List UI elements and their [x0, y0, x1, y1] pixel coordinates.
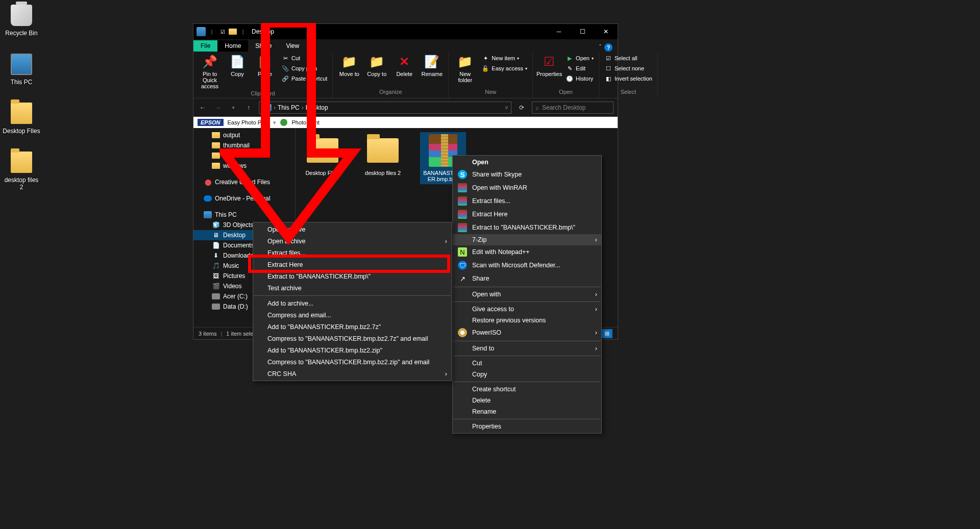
submenu-item[interactable]: Compress to "BANANASTICKER.bmp.bz2.7z" a… — [253, 333, 451, 344]
folder-icon[interactable] — [229, 29, 237, 35]
submenu-item[interactable]: Add to "BANANASTICKER.bmp.bz2.zip" — [253, 344, 451, 356]
breadcrumb-current[interactable]: Desktop — [306, 104, 328, 111]
menu-item[interactable]: Rename — [453, 406, 601, 417]
nav-this-pc[interactable]: This PC — [193, 210, 295, 220]
select-all-button[interactable]: ☑Select all — [603, 54, 653, 63]
desktop-files-2[interactable]: desktop files 2 — [2, 150, 41, 191]
menu-item[interactable]: Extract files... — [453, 194, 601, 208]
submenu-item[interactable]: Add to "BANANASTICKER.bmp.bz2.7z" — [253, 321, 451, 333]
tab-file[interactable]: File — [193, 40, 217, 52]
menu-item[interactable]: ↗Share — [453, 272, 601, 285]
submenu-item[interactable]: Extract files... — [253, 247, 451, 259]
easy-access-button[interactable]: 🔓Easy access▾ — [480, 64, 528, 73]
menu-item[interactable]: Restore previous versions — [453, 315, 601, 326]
ribbon-tabs: File Home Share View ˇ ? — [193, 39, 618, 52]
nav-forward-button[interactable]: → — [213, 103, 223, 113]
close-button[interactable]: ✕ — [594, 24, 618, 39]
submenu-item[interactable]: Open archive — [253, 223, 451, 235]
desktop-files-2-folder[interactable]: desktop files 2 — [360, 132, 406, 178]
new-folder-button[interactable]: 📁New folder — [453, 54, 477, 83]
nav-item[interactable]: windows — [193, 150, 295, 161]
nav-up-button[interactable]: ↑ — [243, 103, 254, 113]
location-icon: 🎬 — [212, 283, 220, 290]
menu-item[interactable]: Extract Here — [453, 208, 601, 221]
tab-share[interactable]: Share — [248, 40, 279, 52]
menu-item[interactable]: Open — [453, 157, 601, 168]
nav-item[interactable]: windows — [193, 161, 295, 171]
refresh-button[interactable]: ⟳ — [517, 103, 527, 113]
maximize-button[interactable]: ☐ — [571, 24, 594, 39]
menu-item[interactable]: 🛡Scan with Microsoft Defender... — [453, 259, 601, 272]
paste-shortcut-button[interactable]: 🔗Paste shortcut — [280, 74, 328, 83]
this-pc[interactable]: This PC — [2, 52, 41, 86]
submenu-item[interactable]: CRC SHA› — [253, 368, 451, 380]
submenu-item[interactable]: Compress to "BANANASTICKER.bmp.bz2.zip" … — [253, 356, 451, 368]
menu-item[interactable]: Open with WinRAR — [453, 181, 601, 194]
submenu-item[interactable]: Compress and email... — [253, 309, 451, 321]
submenu-item[interactable]: Add to archive... — [253, 297, 451, 309]
context-menu[interactable]: OpenSShare with SkypeOpen with WinRARExt… — [452, 155, 602, 434]
icons-view-button[interactable]: ▦ — [601, 329, 612, 338]
nav-back-button[interactable]: ← — [198, 103, 208, 113]
folder-icon — [212, 153, 220, 159]
menu-item[interactable]: SShare with Skype — [453, 168, 601, 181]
desktop-files[interactable]: Desktop FIles — [2, 101, 41, 135]
nav-item[interactable]: thumbnail — [193, 140, 295, 150]
menu-item[interactable]: PowerISO› — [453, 326, 601, 339]
breadcrumb[interactable]: › This PC › Desktop v — [259, 102, 511, 114]
minimize-button[interactable]: ─ — [547, 24, 571, 39]
recycle-bin[interactable]: Recycle Bin — [2, 3, 41, 37]
menu-item[interactable]: Copy — [453, 369, 601, 380]
invert-selection-button[interactable]: ◧Invert selection — [603, 74, 653, 83]
7zip-submenu[interactable]: Open archiveOpen archive›Extract files..… — [253, 222, 452, 381]
submenu-item[interactable]: Extract Here — [253, 259, 451, 270]
search-input[interactable]: ⌕ Search Desktop — [532, 102, 614, 114]
file-label: Desktop FIles — [305, 170, 339, 176]
drive-icon — [212, 304, 220, 310]
nav-onedrive[interactable]: OneDrive - Personal — [193, 193, 295, 204]
photo-print-text[interactable]: Photo Print — [291, 119, 319, 125]
nav-creative-cloud[interactable]: ⬤Creative Cloud Files — [193, 177, 295, 187]
properties-icon[interactable]: ☑ — [218, 27, 227, 36]
rename-button[interactable]: 📝Rename — [420, 54, 444, 77]
menu-item[interactable]: NEdit with Notepad++ — [453, 245, 601, 259]
move-to-button[interactable]: 📁Move to — [337, 54, 361, 77]
new-item-button[interactable]: ✦New item▾ — [480, 54, 528, 63]
open-button[interactable]: ▶Open▾ — [565, 54, 595, 63]
menu-item[interactable]: Give access to› — [453, 304, 601, 315]
delete-button[interactable]: ✕Delete — [392, 54, 416, 77]
nav-recent-button[interactable]: ▾ — [228, 103, 238, 113]
submenu-item[interactable]: Extract to "BANANASTICKER.bmp\" — [253, 270, 451, 282]
help-icon[interactable]: ? — [604, 43, 612, 52]
submenu-item[interactable]: Open archive› — [253, 235, 451, 247]
pin-quick-access-button[interactable]: 📌Pin to Quick access — [198, 54, 222, 89]
properties-button[interactable]: ☑Properties — [537, 54, 561, 77]
nav-item[interactable]: output — [193, 130, 295, 140]
menu-item[interactable]: Cut — [453, 358, 601, 369]
history-button[interactable]: 🕐History — [565, 74, 595, 83]
titlebar[interactable]: | ☑ | Desktop ─ ☐ ✕ — [193, 24, 618, 39]
paste-button[interactable]: 📋Paste — [253, 54, 277, 77]
skype-icon: S — [458, 170, 467, 179]
breadcrumb-root[interactable]: This PC — [278, 104, 300, 111]
cut-button[interactable]: ✂Cut — [280, 54, 328, 63]
menu-item[interactable]: Delete — [453, 395, 601, 406]
menu-item[interactable]: Create shortcut — [453, 384, 601, 395]
submenu-item[interactable]: Test archive — [253, 282, 451, 294]
copy-button[interactable]: 📄Copy — [225, 54, 250, 77]
ribbon-collapse-icon[interactable]: ˇ — [599, 44, 601, 51]
edit-button[interactable]: ✎Edit — [565, 64, 595, 73]
desktop-files-folder[interactable]: Desktop FIles — [300, 132, 346, 178]
menu-item[interactable]: Open with› — [453, 289, 601, 300]
winrar-icon — [458, 223, 467, 232]
menu-item[interactable]: Extract to "BANANASTICKER.bmp\" — [453, 221, 601, 234]
menu-item[interactable]: Properties — [453, 421, 601, 432]
menu-item[interactable]: 7-Zip› — [453, 234, 601, 245]
select-none-button[interactable]: ☐Select none — [603, 64, 653, 73]
tab-home[interactable]: Home — [217, 40, 248, 52]
menu-item[interactable]: Send to› — [453, 343, 601, 354]
tab-view[interactable]: View — [279, 40, 306, 52]
epson-text[interactable]: Easy Photo Print — [228, 119, 270, 125]
copy-to-button[interactable]: 📁Copy to — [364, 54, 389, 77]
copy-path-button[interactable]: 📎Copy path — [280, 64, 328, 73]
